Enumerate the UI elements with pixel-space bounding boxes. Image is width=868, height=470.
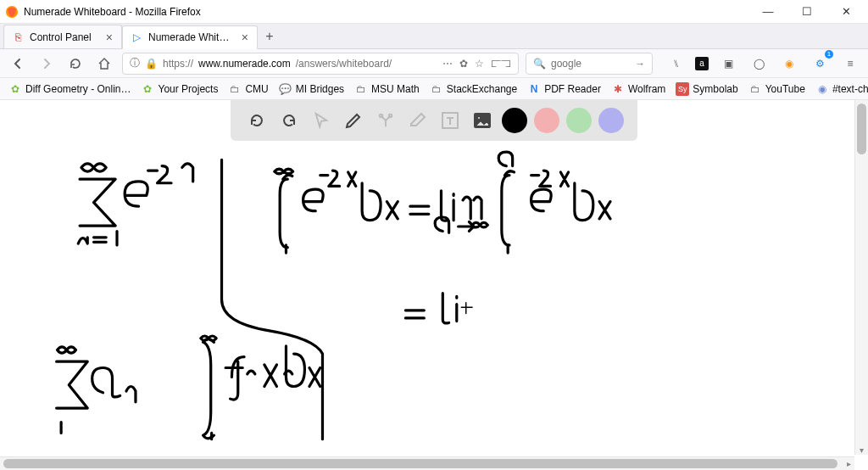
whiteboard-canvas[interactable]: [0, 144, 854, 455]
search-go-icon[interactable]: →: [635, 58, 645, 70]
color-blue[interactable]: [598, 108, 624, 133]
home-button[interactable]: [93, 53, 115, 75]
color-black[interactable]: [502, 108, 527, 133]
window-maximize-button[interactable]: ☐: [795, 3, 819, 20]
back-button[interactable]: [7, 53, 29, 75]
site-info-icon[interactable]: ⓘ: [130, 56, 140, 70]
forward-button[interactable]: [36, 53, 58, 75]
handwriting-layer: [0, 144, 854, 455]
whiteboard-toolbar: [231, 100, 637, 141]
tab-label: Numerade Whiteboard: [148, 31, 235, 43]
bookmark-wolfram[interactable]: ✱Wolfram: [611, 82, 665, 96]
vertical-scrollbar[interactable]: ▾: [854, 100, 868, 455]
redo-button[interactable]: [276, 108, 302, 133]
reload-button[interactable]: [64, 53, 86, 75]
library-icon[interactable]: ⑊: [665, 53, 687, 75]
bookmark-your-projects[interactable]: ✿Your Projects: [141, 82, 218, 96]
firefox-icon: [5, 5, 19, 19]
search-placeholder: google: [551, 58, 630, 70]
knot-icon: ✱: [611, 82, 625, 96]
undo-button[interactable]: [244, 108, 270, 133]
extension-icon-1[interactable]: ◯: [748, 53, 770, 75]
search-bar[interactable]: 🔍 google →: [526, 53, 653, 75]
bookmark-stackexchange[interactable]: 🗀StackExchange: [430, 82, 517, 96]
eraser-tool[interactable]: [405, 108, 431, 133]
bookmark-cmu[interactable]: 🗀CMU: [228, 82, 268, 96]
tab-favicon: ▷: [130, 31, 143, 44]
page-content: ▾: [0, 100, 868, 455]
extension-icon-3[interactable]: ⚙1: [809, 53, 831, 75]
folder-icon: 🗀: [430, 82, 443, 96]
menu-button[interactable]: ≡: [839, 53, 861, 75]
sidebar-icon[interactable]: ▣: [717, 53, 739, 75]
tools-menu[interactable]: [373, 108, 398, 133]
window-close-button[interactable]: ✕: [834, 3, 858, 20]
bookmark-mi-bridges[interactable]: 💬MI Bridges: [279, 82, 344, 96]
window-titlebar: Numerade Whiteboard - Mozilla Firefox — …: [0, 0, 868, 24]
scrollbar-thumb[interactable]: [3, 459, 837, 468]
bookmark-pdf-reader[interactable]: NPDF Reader: [527, 82, 601, 96]
url-more-icon[interactable]: ⋯: [442, 58, 453, 70]
send-tab-icon[interactable]: ⫍⫎: [491, 58, 511, 70]
window-title: Numerade Whiteboard - Mozilla Firefox: [24, 6, 201, 18]
discord-icon: ◉: [815, 82, 829, 96]
chat-icon: 💬: [279, 82, 292, 96]
ef-icon: ✿: [141, 82, 154, 96]
n-icon: N: [527, 82, 541, 96]
scroll-right-icon[interactable]: ▸: [843, 457, 854, 470]
tab-close-icon[interactable]: ×: [104, 31, 114, 44]
horizontal-scrollbar[interactable]: ▸: [0, 456, 854, 470]
scrollbar-thumb[interactable]: [857, 104, 866, 154]
bookmark-youtube[interactable]: 🗀YouTube: [748, 82, 805, 96]
scroll-down-icon[interactable]: ▾: [855, 445, 868, 455]
bookmark-symbolab[interactable]: SySymbolab: [676, 82, 737, 96]
text-tool[interactable]: [437, 108, 463, 133]
new-tab-button[interactable]: +: [258, 25, 281, 48]
bookmarks-bar: ✿Diff Geometry - Onlin… ✿Your Projects 🗀…: [0, 78, 868, 100]
tab-numerade-whiteboard[interactable]: ▷ Numerade Whiteboard ×: [122, 25, 258, 49]
folder-icon: 🗀: [354, 82, 368, 96]
tab-close-icon[interactable]: ×: [240, 31, 250, 44]
reader-icon[interactable]: ✿: [459, 58, 468, 70]
cursor-tool[interactable]: [309, 108, 334, 133]
color-red[interactable]: [534, 108, 559, 133]
tab-label: Control Panel: [30, 31, 99, 43]
url-host: www.numerade.com: [198, 58, 291, 70]
folder-icon: 🗀: [228, 82, 242, 96]
ef-icon: ✿: [8, 82, 22, 96]
search-icon: 🔍: [533, 58, 546, 70]
bookmark-msu-math[interactable]: 🗀MSU Math: [354, 82, 420, 96]
bookmark-diff-geometry[interactable]: ✿Diff Geometry - Onlin…: [8, 82, 131, 96]
svg-point-5: [477, 116, 481, 120]
sy-icon: Sy: [676, 82, 689, 96]
bookmark-star-icon[interactable]: ☆: [475, 58, 484, 70]
browser-navbar: ⓘ 🔒 https://www.numerade.com/answers/whi…: [0, 49, 868, 78]
color-green[interactable]: [566, 108, 592, 133]
url-path: /answers/whiteboard/: [296, 58, 392, 70]
amazon-icon[interactable]: a: [695, 57, 709, 70]
tab-control-panel[interactable]: ⎘ Control Panel ×: [3, 25, 122, 48]
lock-icon: 🔒: [145, 58, 158, 70]
url-scheme: https://: [163, 58, 193, 70]
image-tool[interactable]: [470, 108, 495, 133]
bookmark-text-chat[interactable]: ◉#text-chat: [815, 82, 868, 96]
tab-favicon: ⎘: [11, 31, 25, 44]
window-minimize-button[interactable]: —: [756, 3, 780, 20]
folder-icon: 🗀: [748, 82, 762, 96]
pen-tool[interactable]: [341, 108, 366, 133]
extension-icon-2[interactable]: ◉: [778, 53, 800, 75]
url-bar[interactable]: ⓘ 🔒 https://www.numerade.com/answers/whi…: [122, 53, 519, 75]
browser-tabstrip: ⎘ Control Panel × ▷ Numerade Whiteboard …: [0, 24, 868, 49]
